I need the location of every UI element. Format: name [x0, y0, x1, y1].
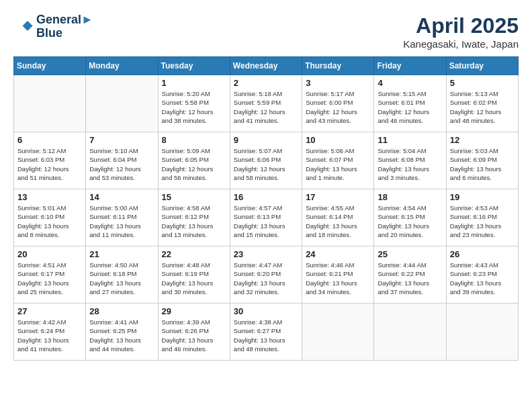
- day-cell: 5Sunrise: 5:13 AM Sunset: 6:02 PM Daylig…: [446, 75, 518, 132]
- day-cell: 10Sunrise: 5:06 AM Sunset: 6:07 PM Dayli…: [302, 132, 374, 189]
- week-row-2: 13Sunrise: 5:01 AM Sunset: 6:10 PM Dayli…: [14, 189, 519, 246]
- day-info: Sunrise: 5:00 AM Sunset: 6:11 PM Dayligh…: [89, 203, 154, 239]
- day-info: Sunrise: 4:41 AM Sunset: 6:25 PM Dayligh…: [89, 318, 154, 353]
- weekday-sunday: Sunday: [14, 57, 86, 75]
- day-number: 6: [17, 135, 82, 145]
- day-cell: 2Sunrise: 5:18 AM Sunset: 5:59 PM Daylig…: [230, 75, 302, 132]
- day-info: Sunrise: 5:12 AM Sunset: 6:03 PM Dayligh…: [17, 146, 82, 182]
- day-cell: 9Sunrise: 5:07 AM Sunset: 6:06 PM Daylig…: [230, 132, 302, 189]
- day-cell: 27Sunrise: 4:42 AM Sunset: 6:24 PM Dayli…: [14, 304, 86, 361]
- day-number: 10: [306, 135, 370, 145]
- day-cell: [446, 304, 518, 361]
- day-info: Sunrise: 4:53 AM Sunset: 6:16 PM Dayligh…: [450, 203, 515, 239]
- day-number: 5: [450, 78, 515, 88]
- day-cell: 24Sunrise: 4:46 AM Sunset: 6:21 PM Dayli…: [302, 246, 374, 304]
- day-number: 20: [17, 249, 82, 259]
- day-cell: 16Sunrise: 4:57 AM Sunset: 6:13 PM Dayli…: [230, 189, 302, 246]
- day-info: Sunrise: 5:04 AM Sunset: 6:08 PM Dayligh…: [378, 146, 442, 182]
- day-number: 15: [162, 192, 226, 202]
- logo-text: General► Blue: [36, 13, 93, 40]
- day-info: Sunrise: 4:39 AM Sunset: 6:26 PM Dayligh…: [162, 318, 226, 353]
- day-info: Sunrise: 5:10 AM Sunset: 6:04 PM Dayligh…: [89, 146, 154, 182]
- day-number: 2: [234, 78, 298, 88]
- day-cell: [86, 75, 158, 132]
- day-cell: 8Sunrise: 5:09 AM Sunset: 6:05 PM Daylig…: [158, 132, 230, 189]
- day-cell: 19Sunrise: 4:53 AM Sunset: 6:16 PM Dayli…: [446, 189, 518, 246]
- logo: General► Blue: [13, 13, 93, 40]
- day-cell: 29Sunrise: 4:39 AM Sunset: 6:26 PM Dayli…: [158, 304, 230, 361]
- day-info: Sunrise: 4:50 AM Sunset: 6:18 PM Dayligh…: [89, 261, 154, 296]
- day-info: Sunrise: 4:57 AM Sunset: 6:13 PM Dayligh…: [234, 203, 298, 239]
- day-number: 25: [378, 249, 442, 259]
- day-number: 12: [450, 135, 515, 145]
- weekday-friday: Friday: [374, 57, 446, 75]
- day-number: 7: [89, 135, 154, 145]
- day-cell: 3Sunrise: 5:17 AM Sunset: 6:00 PM Daylig…: [302, 75, 374, 132]
- day-number: 18: [378, 192, 442, 202]
- weekday-header-row: SundayMondayTuesdayWednesdayThursdayFrid…: [14, 57, 519, 75]
- week-row-0: 1Sunrise: 5:20 AM Sunset: 5:58 PM Daylig…: [14, 75, 519, 132]
- day-cell: 15Sunrise: 4:58 AM Sunset: 6:12 PM Dayli…: [158, 189, 230, 246]
- title-block: April 2025 Kanegasaki, Iwate, Japan: [403, 13, 519, 50]
- day-number: 27: [17, 306, 82, 316]
- day-number: 22: [162, 249, 226, 259]
- calendar-body: 1Sunrise: 5:20 AM Sunset: 5:58 PM Daylig…: [14, 75, 519, 361]
- week-row-3: 20Sunrise: 4:51 AM Sunset: 6:17 PM Dayli…: [14, 246, 519, 304]
- day-cell: 21Sunrise: 4:50 AM Sunset: 6:18 PM Dayli…: [86, 246, 158, 304]
- weekday-tuesday: Tuesday: [158, 57, 230, 75]
- day-cell: 26Sunrise: 4:43 AM Sunset: 6:23 PM Dayli…: [446, 246, 518, 304]
- day-number: 1: [162, 78, 226, 88]
- day-cell: 17Sunrise: 4:55 AM Sunset: 6:14 PM Dayli…: [302, 189, 374, 246]
- day-cell: 7Sunrise: 5:10 AM Sunset: 6:04 PM Daylig…: [86, 132, 158, 189]
- day-info: Sunrise: 4:48 AM Sunset: 6:19 PM Dayligh…: [162, 261, 226, 296]
- day-info: Sunrise: 4:46 AM Sunset: 6:21 PM Dayligh…: [306, 261, 370, 296]
- day-number: 14: [89, 192, 154, 202]
- day-info: Sunrise: 4:42 AM Sunset: 6:24 PM Dayligh…: [17, 318, 82, 353]
- day-cell: 22Sunrise: 4:48 AM Sunset: 6:19 PM Dayli…: [158, 246, 230, 304]
- day-info: Sunrise: 5:15 AM Sunset: 6:01 PM Dayligh…: [378, 89, 442, 125]
- day-info: Sunrise: 4:38 AM Sunset: 6:27 PM Dayligh…: [234, 318, 298, 353]
- day-info: Sunrise: 5:07 AM Sunset: 6:06 PM Dayligh…: [234, 146, 298, 182]
- day-number: 3: [306, 78, 370, 88]
- day-info: Sunrise: 5:01 AM Sunset: 6:10 PM Dayligh…: [17, 203, 82, 239]
- day-cell: 1Sunrise: 5:20 AM Sunset: 5:58 PM Daylig…: [158, 75, 230, 132]
- day-number: 30: [234, 306, 298, 316]
- day-cell: 20Sunrise: 4:51 AM Sunset: 6:17 PM Dayli…: [14, 246, 86, 304]
- page-header: General► Blue April 2025 Kanegasaki, Iwa…: [13, 13, 519, 50]
- day-number: 26: [450, 249, 515, 259]
- day-info: Sunrise: 5:20 AM Sunset: 5:58 PM Dayligh…: [162, 89, 226, 125]
- day-number: 29: [162, 306, 226, 316]
- day-cell: 12Sunrise: 5:03 AM Sunset: 6:09 PM Dayli…: [446, 132, 518, 189]
- calendar-table: SundayMondayTuesdayWednesdayThursdayFrid…: [13, 56, 519, 361]
- day-cell: 14Sunrise: 5:00 AM Sunset: 6:11 PM Dayli…: [86, 189, 158, 246]
- day-cell: 25Sunrise: 4:44 AM Sunset: 6:22 PM Dayli…: [374, 246, 446, 304]
- day-info: Sunrise: 5:03 AM Sunset: 6:09 PM Dayligh…: [450, 146, 515, 182]
- day-number: 4: [378, 78, 442, 88]
- day-number: 24: [306, 249, 370, 259]
- week-row-1: 6Sunrise: 5:12 AM Sunset: 6:03 PM Daylig…: [14, 132, 519, 189]
- weekday-monday: Monday: [86, 57, 158, 75]
- day-cell: 4Sunrise: 5:15 AM Sunset: 6:01 PM Daylig…: [374, 75, 446, 132]
- day-cell: 30Sunrise: 4:38 AM Sunset: 6:27 PM Dayli…: [230, 304, 302, 361]
- day-cell: 18Sunrise: 4:54 AM Sunset: 6:15 PM Dayli…: [374, 189, 446, 246]
- day-cell: 6Sunrise: 5:12 AM Sunset: 6:03 PM Daylig…: [14, 132, 86, 189]
- weekday-thursday: Thursday: [302, 57, 374, 75]
- day-info: Sunrise: 5:17 AM Sunset: 6:00 PM Dayligh…: [306, 89, 370, 125]
- day-number: 21: [89, 249, 154, 259]
- month-title: April 2025: [403, 13, 519, 38]
- day-number: 17: [306, 192, 370, 202]
- day-info: Sunrise: 5:09 AM Sunset: 6:05 PM Dayligh…: [162, 146, 226, 182]
- day-number: 13: [17, 192, 82, 202]
- day-cell: [14, 75, 86, 132]
- day-info: Sunrise: 4:54 AM Sunset: 6:15 PM Dayligh…: [378, 203, 442, 239]
- day-number: 9: [234, 135, 298, 145]
- day-cell: 11Sunrise: 5:04 AM Sunset: 6:08 PM Dayli…: [374, 132, 446, 189]
- day-cell: [374, 304, 446, 361]
- day-number: 28: [89, 306, 154, 316]
- location-subtitle: Kanegasaki, Iwate, Japan: [403, 38, 519, 50]
- logo-icon: [13, 17, 34, 37]
- day-info: Sunrise: 4:55 AM Sunset: 6:14 PM Dayligh…: [306, 203, 370, 239]
- day-number: 11: [378, 135, 442, 145]
- day-info: Sunrise: 5:13 AM Sunset: 6:02 PM Dayligh…: [450, 89, 515, 125]
- day-info: Sunrise: 4:47 AM Sunset: 6:20 PM Dayligh…: [234, 261, 298, 296]
